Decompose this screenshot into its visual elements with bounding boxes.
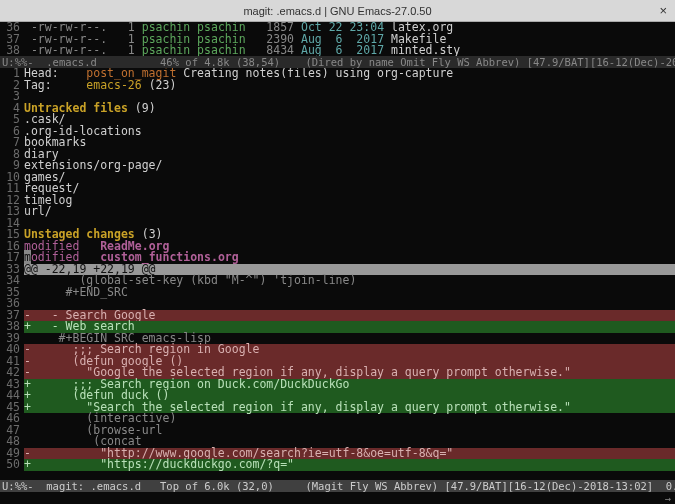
line-number: 3: [0, 91, 24, 103]
line-number: 38: [0, 45, 24, 56]
line-number: 7: [0, 137, 24, 149]
magit-line[interactable]: 4Untracked files (9): [0, 103, 675, 115]
window-title: magit: .emacs.d | GNU Emacs-27.0.50: [243, 5, 431, 17]
line-number: 4: [0, 103, 24, 115]
line-number: 5: [0, 114, 24, 126]
magit-line[interactable]: 13url/: [0, 206, 675, 218]
magit-line[interactable]: 7bookmarks: [0, 137, 675, 149]
line-number: 2: [0, 80, 24, 92]
close-icon[interactable]: ×: [659, 3, 667, 18]
magit-line[interactable]: 35 #+END_SRC: [0, 287, 675, 299]
minibuffer[interactable]: →: [0, 492, 675, 504]
dired-buffer[interactable]: 36 -rw-rw-r--. 1 psachin psachin 1857 Oc…: [0, 22, 675, 56]
magit-line[interactable]: 50+ "https://duckduckgo.com/?q=": [0, 459, 675, 471]
magit-line[interactable]: 10games/: [0, 172, 675, 184]
line-number: 6: [0, 126, 24, 138]
magit-line[interactable]: 9extensions/org-page/: [0, 160, 675, 172]
window-titlebar: magit: .emacs.d | GNU Emacs-27.0.50 ×: [0, 0, 675, 22]
magit-line[interactable]: 11request/: [0, 183, 675, 195]
magit-line[interactable]: 6.org-id-locations: [0, 126, 675, 138]
modeline-dired: U:%%- .emacs.d 46% of 4.8k (38,54) (Dire…: [0, 56, 675, 68]
modeline-magit: U:%%- magit: .emacs.d Top of 6.0k (32,0)…: [0, 480, 675, 492]
line-number: 8: [0, 149, 24, 161]
line-number: 1: [0, 68, 24, 80]
magit-line[interactable]: 2Tag: emacs-26 (23): [0, 80, 675, 92]
line-number: 50: [0, 459, 24, 471]
dired-row[interactable]: 38 -rw-rw-r--. 1 psachin psachin 8434 Au…: [0, 45, 675, 56]
magit-buffer[interactable]: 1Head: post_on_magit Creating notes(file…: [0, 68, 675, 480]
magit-line[interactable]: 12timelog: [0, 195, 675, 207]
